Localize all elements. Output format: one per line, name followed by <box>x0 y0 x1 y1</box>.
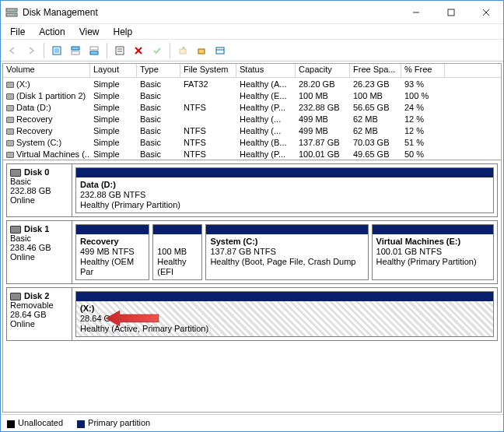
svg-point-2 <box>14 9 16 11</box>
cell-capacity: 100 MB <box>296 91 350 100</box>
properties-button[interactable] <box>111 42 128 59</box>
cell-type: Basic <box>137 114 180 124</box>
partition[interactable]: System (C:)137.87 GB NTFSHealthy (Boot, … <box>205 224 368 280</box>
column-header-type[interactable]: Type <box>137 64 180 77</box>
menu-file[interactable]: File <box>4 25 31 39</box>
cell-layout: Simple <box>90 149 137 159</box>
cell-free: 56.65 GB <box>350 103 401 112</box>
menu-help[interactable]: Help <box>107 25 139 39</box>
action3-button[interactable] <box>212 42 229 59</box>
window-title: Disk Management <box>23 7 398 18</box>
disk-row: Disk 1Basic238.46 GBOnlineRecovery499 MB… <box>6 220 498 284</box>
close-button[interactable] <box>468 1 503 23</box>
cell-status: Healthy (B... <box>236 138 296 147</box>
partition[interactable]: Data (D:)232.88 GB NTFSHealthy (Primary … <box>75 167 494 213</box>
disk-row: Disk 2Removable28.64 GBOnline (X:)28.64 … <box>6 287 498 341</box>
cell-type: Basic <box>137 138 180 147</box>
cell-layout: Simple <box>90 126 137 135</box>
cell-volume: System (C:) <box>3 138 90 147</box>
cell-capacity: 499 MB <box>296 126 350 135</box>
column-header-volume[interactable]: Volume <box>3 64 90 77</box>
volume-row[interactable]: RecoverySimpleBasicHealthy (...499 MB62 … <box>3 113 501 125</box>
svg-rect-21 <box>216 47 224 54</box>
cell-layout: Simple <box>90 91 137 100</box>
cell-capacity: 28.20 GB <box>296 79 350 89</box>
back-button[interactable] <box>4 42 21 59</box>
svg-rect-11 <box>72 51 79 54</box>
svg-point-3 <box>14 14 16 16</box>
volume-row[interactable]: Virtual Machines (...SimpleBasicNTFSHeal… <box>3 148 501 160</box>
cell-type: Basic <box>137 91 180 100</box>
cell-free: 49.65 GB <box>350 149 401 159</box>
cell-capacity: 100.01 GB <box>296 149 350 159</box>
column-header-fs[interactable]: File System <box>180 64 236 77</box>
cell-pfree: 12 % <box>401 126 445 135</box>
cell-volume: (Disk 1 partition 2) <box>3 91 90 100</box>
menu-action[interactable]: Action <box>33 25 71 39</box>
partition[interactable]: Recovery499 MB NTFSHealthy (OEM Par <box>75 224 149 280</box>
volume-row[interactable]: Data (D:)SimpleBasicNTFSHealthy (P...232… <box>3 101 501 113</box>
menubar: File Action View Help <box>1 24 503 40</box>
menu-view[interactable]: View <box>73 25 106 39</box>
forward-button[interactable] <box>23 42 40 59</box>
legend: Unallocated Primary partition <box>1 414 503 431</box>
cell-free: 100 MB <box>350 91 401 100</box>
delete-button[interactable] <box>130 42 147 59</box>
refresh-button[interactable] <box>48 42 65 59</box>
volume-row[interactable]: System (C:)SimpleBasicNTFSHealthy (B...1… <box>3 136 501 148</box>
svg-rect-14 <box>116 47 124 54</box>
action1-button[interactable] <box>174 42 191 59</box>
cell-layout: Simple <box>90 103 137 112</box>
svg-rect-10 <box>72 47 79 50</box>
svg-rect-5 <box>448 9 454 16</box>
cell-status: Healthy (... <box>236 114 296 124</box>
cell-free: 62 MB <box>350 126 401 135</box>
cell-layout: Simple <box>90 114 137 124</box>
window: Disk Management File Action View Help Vo… <box>0 0 504 432</box>
cell-pfree: 50 % <box>401 149 445 159</box>
disk-label[interactable]: Disk 2Removable28.64 GBOnline <box>7 288 72 340</box>
svg-rect-20 <box>198 49 205 54</box>
cell-capacity: 499 MB <box>296 114 350 124</box>
app-icon <box>5 6 18 19</box>
cell-free: 26.23 GB <box>350 79 401 89</box>
column-header-free[interactable]: Free Spa... <box>350 64 401 77</box>
cell-fs: NTFS <box>180 126 236 135</box>
cell-fs: NTFS <box>180 103 236 112</box>
maximize-button[interactable] <box>433 1 468 23</box>
disk-label[interactable]: Disk 0Basic232.88 GBOnline <box>7 164 72 216</box>
legend-unallocated: Unallocated <box>7 418 63 427</box>
cell-pfree: 100 % <box>401 91 445 100</box>
column-header-status[interactable]: Status <box>236 64 296 77</box>
action2-button[interactable] <box>193 42 210 59</box>
partition[interactable]: Virtual Machines (E:)100.01 GB NTFSHealt… <box>372 224 494 280</box>
partition[interactable]: (X:)28.64 GB FAT32Healthy (Active, Prima… <box>75 291 494 337</box>
legend-primary: Primary partition <box>77 418 150 427</box>
minimize-button[interactable] <box>398 1 433 23</box>
volume-row[interactable]: (Disk 1 partition 2)SimpleBasicHealthy (… <box>3 90 501 101</box>
svg-rect-19 <box>180 49 186 54</box>
cell-fs: NTFS <box>180 149 236 159</box>
cell-fs: NTFS <box>180 138 236 147</box>
view-top-button[interactable] <box>67 42 84 59</box>
cell-status: Healthy (P... <box>236 149 296 159</box>
titlebar[interactable]: Disk Management <box>1 1 503 24</box>
column-header-layout[interactable]: Layout <box>90 64 137 77</box>
cell-pfree: 12 % <box>401 114 445 124</box>
disk-label[interactable]: Disk 1Basic238.46 GBOnline <box>7 221 72 283</box>
content-area: VolumeLayoutTypeFile SystemStatusCapacit… <box>2 63 502 413</box>
check-button[interactable] <box>149 42 166 59</box>
toolbar <box>1 40 503 61</box>
cell-fs: FAT32 <box>180 79 236 89</box>
view-bottom-button[interactable] <box>86 42 103 59</box>
volume-row[interactable]: (X:)SimpleBasicFAT32Healthy (A...28.20 G… <box>3 78 501 90</box>
cell-type: Basic <box>137 126 180 135</box>
cell-layout: Simple <box>90 79 137 89</box>
svg-rect-12 <box>90 47 98 50</box>
cell-type: Basic <box>137 79 180 89</box>
partition[interactable]: 100 MBHealthy (EFI <box>152 224 202 280</box>
volume-list[interactable]: (X:)SimpleBasicFAT32Healthy (A...28.20 G… <box>3 78 501 160</box>
volume-row[interactable]: RecoverySimpleBasicNTFSHealthy (...499 M… <box>3 125 501 136</box>
column-header-pfree[interactable]: % Free <box>401 64 445 77</box>
column-header-capacity[interactable]: Capacity <box>296 64 350 77</box>
